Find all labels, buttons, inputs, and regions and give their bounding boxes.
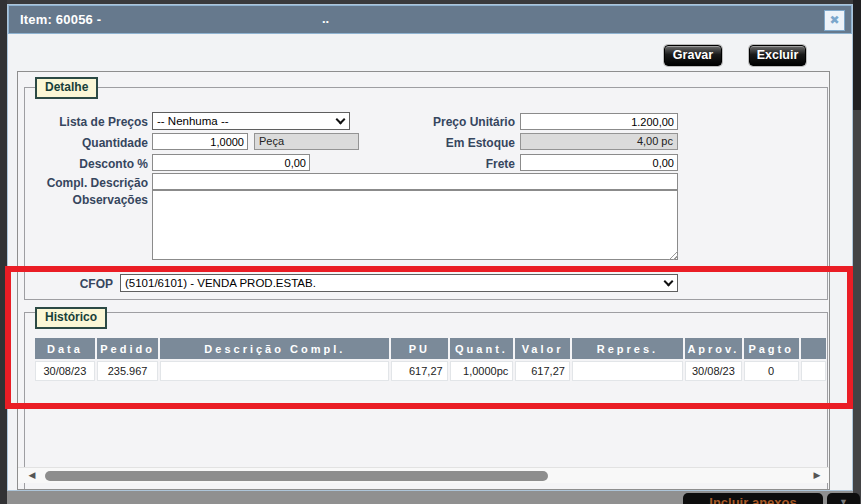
compl-descricao-input[interactable] — [152, 173, 678, 190]
historico-table: Data Pedido Descrição Compl. PU Quant. V… — [33, 336, 828, 383]
cfop-label: CFOP — [25, 276, 113, 292]
historico-legend: Histórico — [35, 307, 107, 329]
chevron-down-icon — [664, 277, 674, 287]
em-estoque-label: Em Estoque — [393, 135, 515, 151]
item-dialog: Item: 60056 - .. ✖ Gravar Excluir Detalh… — [7, 4, 853, 491]
page-behind-bottom-bar: Incluir anexos ▼ — [7, 491, 853, 504]
scroll-left-icon[interactable]: ◀ — [26, 470, 38, 480]
observacoes-label: Observações — [25, 192, 148, 208]
scrollbar-thumb[interactable] — [45, 471, 548, 481]
table-row[interactable]: 30/08/23 235.967 617,27 1,0000pc 617,27 … — [35, 361, 826, 381]
quantidade-unit-box: Peça — [254, 133, 359, 150]
lista-precos-select[interactable]: -- Nenhuma -- — [152, 112, 350, 130]
desconto-input[interactable] — [152, 154, 310, 171]
cell-valor: 617,27 — [515, 361, 570, 381]
chevron-down-icon — [336, 115, 346, 125]
attach-dropdown-arrow-icon[interactable]: ▼ — [827, 493, 860, 504]
em-estoque-box: 4,00 pc — [520, 133, 678, 150]
cfop-select[interactable]: (5101/6101) - VENDA PROD.ESTAB. — [120, 274, 678, 292]
page-behind-right-top — [853, 0, 861, 110]
cell-aprov: 30/08/23 — [685, 361, 742, 381]
scroll-right-icon[interactable]: ▶ — [811, 470, 823, 480]
cell-descricao — [160, 361, 389, 381]
page-behind-left — [0, 0, 7, 504]
historico-table-wrap: Data Pedido Descrição Compl. PU Quant. V… — [33, 336, 828, 386]
dialog-title-suffix: .. — [322, 11, 329, 26]
close-icon[interactable]: ✖ — [824, 10, 845, 31]
cfop-value: (5101/6101) - VENDA PROD.ESTAB. — [125, 277, 316, 289]
desconto-label: Desconto % — [25, 156, 148, 172]
incluir-anexos-button[interactable]: Incluir anexos — [683, 493, 823, 504]
col-pedido[interactable]: Pedido — [97, 338, 159, 359]
detalhe-fieldset: Detalhe Lista de Preços -- Nenhuma -- Pr… — [24, 87, 828, 300]
cell-pu: 617,27 — [391, 361, 448, 381]
table-header-row: Data Pedido Descrição Compl. PU Quant. V… — [35, 338, 826, 359]
quantidade-input[interactable] — [152, 133, 248, 150]
cell-pagto: 0 — [744, 361, 799, 381]
col-pagto[interactable]: Pagto — [744, 338, 799, 359]
observacoes-textarea[interactable] — [152, 190, 678, 260]
col-pu[interactable]: PU — [391, 338, 448, 359]
col-data[interactable]: Data — [35, 338, 95, 359]
col-extra — [801, 338, 827, 359]
lista-precos-value: -- Nenhuma -- — [157, 115, 229, 127]
col-repres[interactable]: Repres. — [572, 338, 683, 359]
lista-precos-label: Lista de Preços — [25, 114, 148, 130]
col-aprov[interactable]: Aprov. — [685, 338, 742, 359]
preco-unitario-label: Preço Unitário — [393, 114, 515, 130]
gravar-button[interactable]: Gravar — [664, 45, 722, 66]
cell-repres — [572, 361, 683, 381]
cell-extra — [801, 361, 827, 381]
col-descricao[interactable]: Descrição Compl. — [160, 338, 389, 359]
col-quant[interactable]: Quant. — [450, 338, 514, 359]
frete-input[interactable] — [520, 154, 678, 171]
compl-descricao-label: Compl. Descrição — [25, 175, 148, 191]
historico-fieldset: Histórico Data Pedido Descrição Compl. P… — [24, 312, 828, 490]
excluir-button[interactable]: Excluir — [749, 45, 806, 66]
resize-handle-icon[interactable] — [669, 251, 678, 260]
cell-pedido: 235.967 — [97, 361, 159, 381]
frete-label: Frete — [393, 156, 515, 172]
cell-quant: 1,0000pc — [450, 361, 514, 381]
dialog-title: Item: 60056 - — [20, 12, 101, 27]
preco-unitario-input[interactable] — [520, 113, 678, 130]
dialog-titlebar[interactable]: Item: 60056 - .. ✖ — [8, 5, 852, 34]
col-valor[interactable]: Valor — [515, 338, 570, 359]
quantidade-label: Quantidade — [25, 135, 148, 151]
detalhe-legend: Detalhe — [35, 77, 98, 99]
horizontal-scrollbar[interactable]: ◀ ▶ — [18, 467, 829, 483]
content-panel: Detalhe Lista de Preços -- Nenhuma -- Pr… — [17, 71, 830, 490]
cell-data: 30/08/23 — [35, 361, 95, 381]
